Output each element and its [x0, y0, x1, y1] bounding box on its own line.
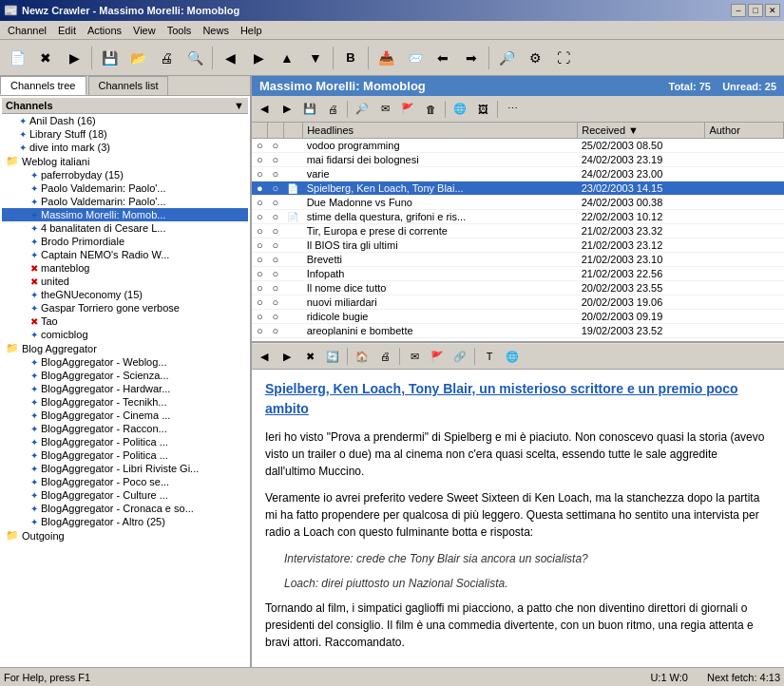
tree-item-13[interactable]: ✦theGNUeconomy (15)	[2, 288, 248, 301]
tree-item-1[interactable]: ✦Library Stuff (18)	[2, 127, 248, 141]
art-print-btn[interactable]: 🖨	[322, 99, 343, 120]
art-filter-btn[interactable]: 🔎	[352, 99, 373, 120]
minimize-button[interactable]: –	[731, 4, 746, 17]
table-row[interactable]: ○ ○ mai fidarsi dei bolognesi 24/02/2003…	[252, 153, 784, 167]
tree-item-7[interactable]: ✦Massimo Morelli: Momob...	[2, 208, 248, 221]
tree-item-28[interactable]: ✦BlogAggregator - Culture ...	[2, 488, 248, 502]
tree-item-14[interactable]: ✦Gaspar Torriero gone verbose	[2, 301, 248, 314]
tree-item-20[interactable]: ✦BlogAggregator - Hardwar...	[2, 382, 248, 395]
cell-headline-4[interactable]: Due Madonne vs Funo	[303, 196, 578, 210]
cell-headline-1[interactable]: mai fidarsi dei bolognesi	[303, 153, 578, 167]
table-row[interactable]: ● ○ 📄 Spielberg, Ken Loach, Tony Blai...…	[252, 181, 784, 196]
reader-print-btn[interactable]: 🖨	[374, 346, 395, 367]
cell-headline-8[interactable]: Brevetti	[303, 253, 578, 267]
tree-item-8[interactable]: ✦4 banalitaten di Cesare L...	[2, 221, 248, 235]
table-row[interactable]: ○ ○ Il nome dice tutto 20/02/2003 23.55	[252, 281, 784, 295]
reader-back-btn[interactable]: ◀	[254, 346, 275, 367]
bold-button[interactable]: B	[337, 45, 364, 71]
art-web-btn[interactable]: 🌐	[449, 99, 470, 120]
menu-item-edit[interactable]: Edit	[52, 22, 82, 39]
settings-button[interactable]: ⚙	[522, 45, 548, 71]
table-row[interactable]: ○ ○ varie 24/02/2003 23.00	[252, 167, 784, 181]
tree-item-30[interactable]: ✦BlogAggregator - Altro (25)	[2, 515, 248, 528]
col-header-headline[interactable]: Headlines	[303, 123, 578, 139]
tree-item-4[interactable]: ✦paferrobyday (15)	[2, 168, 248, 181]
art-save-btn[interactable]: 💾	[299, 99, 320, 120]
article-title-link[interactable]: Spielberg, Ken Loach, Tony Blair, un mis…	[265, 381, 738, 416]
menu-item-channel[interactable]: Channel	[2, 22, 52, 39]
cell-headline-10[interactable]: Il nome dice tutto	[303, 281, 578, 295]
tree-item-27[interactable]: ✦BlogAggregator - Poco se...	[2, 475, 248, 488]
cell-headline-5[interactable]: stime della questura, grifoni e ris...	[303, 210, 578, 224]
art-mail-btn[interactable]: ✉	[374, 99, 395, 120]
play-button[interactable]: ▶	[61, 45, 87, 71]
art-back-btn[interactable]: ◀	[254, 99, 275, 120]
reader-home-btn[interactable]: 🏠	[352, 346, 373, 367]
col-header-bullet[interactable]	[252, 123, 268, 139]
tree-item-19[interactable]: ✦BlogAggregator - Scienza...	[2, 369, 248, 382]
tree-item-10[interactable]: ✦Captain NEMO's Radio W...	[2, 248, 248, 261]
table-row[interactable]: ○ ○ Infopath 21/02/2003 22.56	[252, 267, 784, 281]
cell-headline-11[interactable]: nuovi miliardari	[303, 295, 578, 310]
cell-headline-2[interactable]: varie	[303, 167, 578, 181]
fetch-button[interactable]: 📥	[373, 45, 399, 71]
tree-item-26[interactable]: ✦BlogAggregator - Libri Riviste Gi...	[2, 462, 248, 475]
tree-item-9[interactable]: ✦Brodo Primordiale	[2, 235, 248, 248]
article-table[interactable]: Headlines Received ▼ Author ○ ○ vodoo pr…	[252, 123, 784, 341]
open-button[interactable]: 📂	[124, 45, 151, 71]
maximize-button[interactable]: □	[748, 4, 763, 17]
tab-channels-list[interactable]: Channels list	[88, 76, 169, 95]
table-row[interactable]: ○ ○ Brevetti 21/02/2003 23.10	[252, 253, 784, 267]
cell-headline-14[interactable]: il futuro	[303, 338, 578, 342]
preview-button[interactable]: 🔍	[182, 45, 208, 71]
col-header-received[interactable]: Received ▼	[578, 123, 705, 139]
tab-channels-tree[interactable]: Channels tree	[0, 76, 86, 95]
tree-item-23[interactable]: ✦BlogAggregator - Raccon...	[2, 422, 248, 435]
tree-item-31[interactable]: 📁Outgoing	[2, 528, 248, 543]
tree-item-25[interactable]: ✦BlogAggregator - Politica ...	[2, 448, 248, 462]
tree-item-17[interactable]: 📁Blog Aggregator	[2, 341, 248, 355]
reader-web-btn[interactable]: 🌐	[502, 346, 523, 367]
tree-item-0[interactable]: ✦Anil Dash (16)	[2, 114, 248, 127]
tree-item-18[interactable]: ✦BlogAggregator - Weblog...	[2, 355, 248, 369]
reader-flag-btn[interactable]: 🚩	[427, 346, 448, 367]
up-button[interactable]: ▲	[274, 45, 300, 71]
table-row[interactable]: ○ ○ 📄 stime della questura, grifoni e ri…	[252, 210, 784, 224]
tree-item-11[interactable]: ✖manteblog	[2, 261, 248, 275]
art-flag-btn[interactable]: 🚩	[397, 99, 418, 120]
save-button[interactable]: 💾	[96, 45, 123, 71]
tree-item-21[interactable]: ✦BlogAggregator - Tecnikh...	[2, 395, 248, 409]
art-fwd-btn[interactable]: ▶	[277, 99, 297, 120]
art-more-btn[interactable]: ⋯	[502, 99, 523, 120]
tree-item-2[interactable]: ✦dive into mark (3)	[2, 141, 248, 154]
tree-item-24[interactable]: ✦BlogAggregator - Politica ...	[2, 435, 248, 448]
stop-button[interactable]: ✖	[32, 45, 59, 71]
cell-headline-12[interactable]: ridicole bugie	[303, 310, 578, 324]
cell-headline-13[interactable]: areoplanini e bombette	[303, 324, 578, 338]
cell-headline-3[interactable]: Spielberg, Ken Loach, Tony Blai...	[303, 181, 578, 196]
table-row[interactable]: ○ ○ il futuro 19/02/2003 09.50	[252, 338, 784, 342]
reader-fwd-btn[interactable]: ▶	[277, 346, 297, 367]
tree-item-6[interactable]: ✦Paolo Valdemarin: Paolo'...	[2, 195, 248, 208]
tree-item-12[interactable]: ✖united	[2, 275, 248, 288]
art-img-btn[interactable]: 🖼	[472, 99, 493, 120]
next-button[interactable]: ➡	[458, 45, 485, 71]
close-button[interactable]: ✕	[765, 4, 780, 17]
fetch-all-button[interactable]: 📨	[401, 45, 428, 71]
tree-item-16[interactable]: ✦comicblog	[2, 328, 248, 341]
channel-tree[interactable]: Channels ▼ ✦Anil Dash (16)✦Library Stuff…	[0, 96, 250, 667]
fullscreen-button[interactable]: ⛶	[550, 45, 577, 71]
col-header-read[interactable]	[268, 123, 284, 139]
cell-headline-0[interactable]: vodoo programming	[303, 139, 578, 153]
table-row[interactable]: ○ ○ areoplanini e bombette 19/02/2003 23…	[252, 324, 784, 338]
tree-item-3[interactable]: 📁Weblog italiani	[2, 154, 248, 168]
cell-headline-7[interactable]: Il BIOS tira gli ultimi	[303, 238, 578, 253]
cell-headline-6[interactable]: Tir, Europa e prese di corrente	[303, 224, 578, 238]
table-row[interactable]: ○ ○ Due Madonne vs Funo 24/02/2003 00.38	[252, 196, 784, 210]
nav-back-button[interactable]: ◀	[217, 45, 243, 71]
tree-item-5[interactable]: ✦Paolo Valdemarin: Paolo'...	[2, 181, 248, 195]
tree-item-29[interactable]: ✦BlogAggregator - Cronaca e so...	[2, 502, 248, 515]
tree-item-15[interactable]: ✖Tao	[2, 314, 248, 328]
filter-button[interactable]: 🔎	[493, 45, 520, 71]
down-button[interactable]: ▼	[302, 45, 329, 71]
